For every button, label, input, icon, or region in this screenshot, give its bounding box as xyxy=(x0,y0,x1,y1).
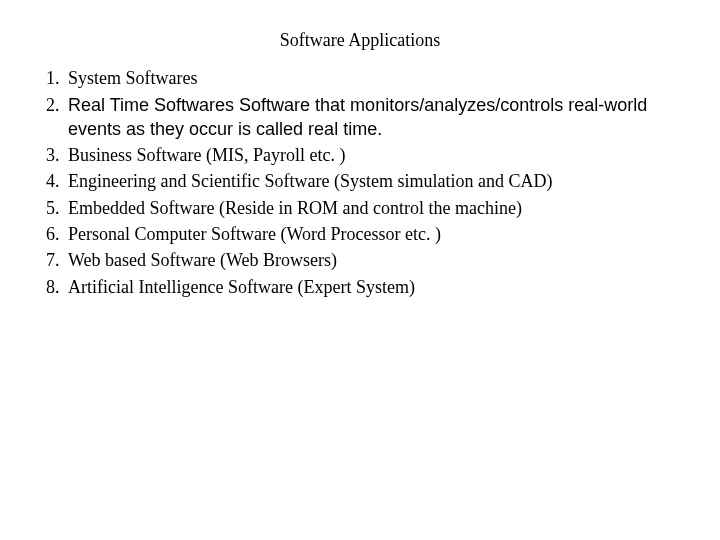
list-item: Web based Software (Web Browsers) xyxy=(64,248,680,272)
list-item-text: Web based Software (Web Browsers) xyxy=(68,250,337,270)
list-item-text: System Softwares xyxy=(68,68,198,88)
list-item: Engineering and Scientific Software (Sys… xyxy=(64,169,680,193)
list-item: Embedded Software (Reside in ROM and con… xyxy=(64,196,680,220)
list-item-text: Real Time Softwares Software that monito… xyxy=(68,95,647,139)
list-item: Artificial Intelligence Software (Expert… xyxy=(64,275,680,299)
list-item: Business Software (MIS, Payroll etc. ) xyxy=(64,143,680,167)
page-title: Software Applications xyxy=(40,28,680,52)
software-list: System SoftwaresReal Time Softwares Soft… xyxy=(40,66,680,299)
list-item-text: Personal Computer Software (Word Process… xyxy=(68,224,441,244)
list-item: System Softwares xyxy=(64,66,680,90)
list-item: Personal Computer Software (Word Process… xyxy=(64,222,680,246)
list-item-text: Business Software (MIS, Payroll etc. ) xyxy=(68,145,345,165)
document-page: Software Applications System SoftwaresRe… xyxy=(0,0,720,299)
list-item-text: Embedded Software (Reside in ROM and con… xyxy=(68,198,522,218)
list-item-text: Engineering and Scientific Software (Sys… xyxy=(68,171,552,191)
list-item: Real Time Softwares Software that monito… xyxy=(64,93,680,142)
list-item-text: Artificial Intelligence Software (Expert… xyxy=(68,277,415,297)
